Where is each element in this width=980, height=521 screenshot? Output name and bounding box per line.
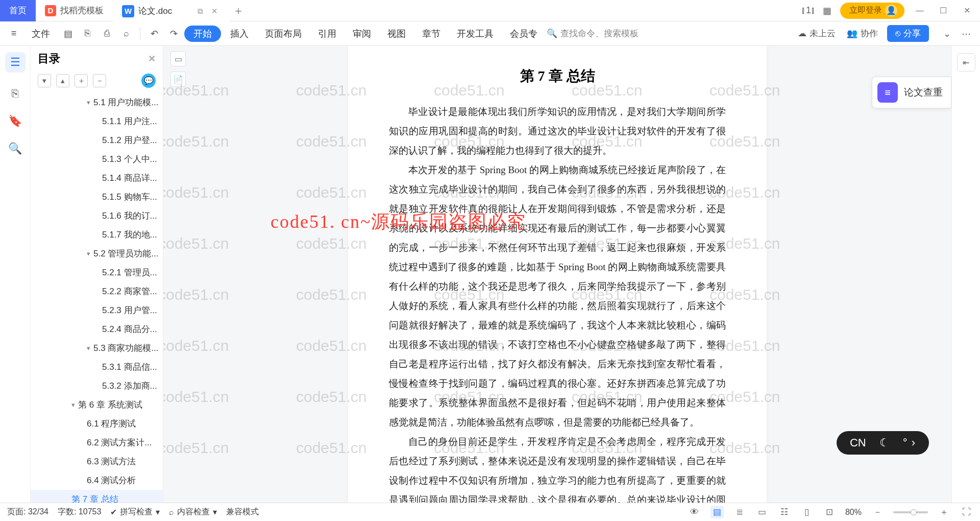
view-read-icon[interactable]: ▭ xyxy=(755,507,769,517)
view-page-icon[interactable]: ▤ xyxy=(710,506,724,518)
zoom-in-icon[interactable]: ＋ xyxy=(937,506,950,518)
collapse-all-icon[interactable]: ▾ xyxy=(38,74,51,87)
save-icon[interactable]: ▤ xyxy=(59,28,77,39)
menu-view[interactable]: 视图 xyxy=(380,25,413,43)
expand-all-icon[interactable]: ▴ xyxy=(56,74,69,87)
word-count[interactable]: 字数: 10753 xyxy=(58,507,101,517)
outline-item[interactable]: 5.2.1 管理员... xyxy=(31,263,163,282)
maximize-icon[interactable]: ☐ xyxy=(935,6,951,15)
view-web-icon[interactable]: ☷ xyxy=(778,507,791,517)
hamburger-icon[interactable]: ≡ xyxy=(5,28,22,39)
outline-item[interactable]: 5.2.4 商品分... xyxy=(31,320,163,339)
outline-item[interactable]: 6.3 测试方法 xyxy=(31,452,163,471)
add-heading-icon[interactable]: ＋ xyxy=(75,74,88,87)
bookmark-icon[interactable]: 🔖 xyxy=(8,114,22,128)
outline-item[interactable]: 5.1.4 商品详... xyxy=(31,169,163,187)
outline-item[interactable]: 5.1.5 购物车... xyxy=(31,187,163,206)
outline-item-label: 5.1.3 个人中... xyxy=(102,153,157,165)
collab-button[interactable]: 👥 协作 xyxy=(847,28,878,39)
clipboard-icon[interactable]: ⎘ xyxy=(12,87,18,100)
outline-item[interactable]: 6.4 测试分析 xyxy=(31,471,163,490)
reader-icon[interactable]: ⫿1⫿ xyxy=(801,5,814,16)
tab-home[interactable]: 首页 xyxy=(0,0,36,21)
outline-item[interactable]: 5.2.2 商家管... xyxy=(31,282,163,301)
outline-item[interactable]: 5.3.1 商品信... xyxy=(31,358,163,376)
outline-title: 目录 xyxy=(38,51,60,66)
close-tab-icon[interactable]: ✕ xyxy=(209,7,220,16)
cloud-icon: ☁ xyxy=(798,28,806,39)
tab-document[interactable]: W 论文.doc ⧉ ✕ xyxy=(113,0,229,21)
menu-refs[interactable]: 引用 xyxy=(311,25,344,43)
command-search[interactable]: 🔍 查找命令、搜索模板 xyxy=(547,28,639,39)
print-icon[interactable]: ⎙ xyxy=(98,28,115,39)
preview-icon[interactable]: ⌕ xyxy=(117,28,135,39)
ruler-icon[interactable]: ▯ xyxy=(800,507,814,517)
outline-item[interactable]: 5.1.7 我的地... xyxy=(31,225,163,244)
plagiarism-check-button[interactable]: ≡ 论文查重 xyxy=(872,77,951,108)
outline-item[interactable]: 第 7 章 总结 xyxy=(31,490,163,503)
zoom-level[interactable]: 80% xyxy=(845,508,862,517)
menu-file[interactable]: 文件 xyxy=(24,25,57,43)
login-button[interactable]: 立即登录 👤 xyxy=(840,3,904,19)
zoom-fit-icon[interactable]: ⊡ xyxy=(823,507,836,517)
apps-icon[interactable]: ▦ xyxy=(821,5,833,16)
chat-icon[interactable]: 💬 xyxy=(141,74,156,88)
tab-template[interactable]: D 找稻壳模板 xyxy=(36,0,113,21)
document-page: 第 7 章 总结 毕业设计是最能体现出我们所学知识的应用情况，是对我们大学期间所… xyxy=(348,46,767,503)
outline-item[interactable]: ▾第 6 章 系统测试 xyxy=(31,395,163,414)
fullscreen-icon[interactable]: ⛶ xyxy=(960,507,973,517)
outline-item[interactable]: 5.1.2 用户登... xyxy=(31,131,163,150)
share-icon: ⎋ xyxy=(895,29,900,39)
minimize-icon[interactable]: — xyxy=(912,6,928,15)
eye-icon[interactable]: 👁 xyxy=(688,507,701,517)
outline-item-label: 5.2.4 商品分... xyxy=(102,323,157,335)
cloud-status[interactable]: ☁ 未上云 xyxy=(798,28,836,39)
search-panel-icon[interactable]: 🔍 xyxy=(8,142,22,155)
chevron-down-icon: ▾ xyxy=(87,99,90,106)
collapse-ribbon-icon[interactable]: ⌄ xyxy=(938,28,955,39)
outline-icon[interactable]: ☰ xyxy=(5,52,26,73)
outline-item[interactable]: 5.3.2 添加商... xyxy=(31,376,163,395)
zoom-slider[interactable] xyxy=(893,511,928,513)
outline-item-label: 5.1.2 用户登... xyxy=(102,134,157,146)
compat-mode[interactable]: 兼容模式 xyxy=(226,507,259,517)
undo-icon[interactable]: ↶ xyxy=(145,28,163,39)
content-check[interactable]: ⌕ 内容检查 ▾ xyxy=(169,507,217,517)
more-icon[interactable]: ⋯ xyxy=(958,28,975,39)
outline-item[interactable]: ▾5.3 商家功能模... xyxy=(31,339,163,358)
menu-start[interactable]: 开始 xyxy=(184,26,221,42)
menu-chapter[interactable]: 章节 xyxy=(415,25,448,43)
spell-check[interactable]: ✔ 拼写检查 ▾ xyxy=(110,507,160,517)
menu-layout[interactable]: 页面布局 xyxy=(258,25,309,43)
outline-item[interactable]: 6.2 测试方案计... xyxy=(31,433,163,452)
share-button[interactable]: ⎋ 分享 xyxy=(887,25,929,42)
remove-heading-icon[interactable]: － xyxy=(93,74,106,87)
outline-item[interactable]: ▾5.1 用户功能模... xyxy=(31,93,163,112)
page-tool-1-icon[interactable]: ▭ xyxy=(170,51,186,66)
outline-item[interactable]: 5.1.1 用户注... xyxy=(31,112,163,131)
menu-member[interactable]: 会员专 xyxy=(503,25,545,43)
tab-template-label: 找稻壳模板 xyxy=(60,5,104,16)
close-outline-icon[interactable]: ✕ xyxy=(148,53,156,64)
expand-panel-icon[interactable]: ⇤ xyxy=(957,53,975,72)
close-window-icon[interactable]: ✕ xyxy=(959,6,975,15)
page-tool-2-icon[interactable]: 📄 xyxy=(170,72,186,87)
search-placeholder: 查找命令、搜索模板 xyxy=(560,28,639,39)
page-indicator[interactable]: 页面: 32/34 xyxy=(7,507,48,517)
menu-insert[interactable]: 插入 xyxy=(223,25,256,43)
document-canvas[interactable]: ▭ 📄 第 7 章 总结 毕业设计是最能体现出我们所学知识的应用情况，是对我们大… xyxy=(163,46,951,503)
new-tab-button[interactable]: ＋ xyxy=(229,3,248,18)
detach-tab-icon[interactable]: ⧉ xyxy=(195,7,205,16)
redo-icon[interactable]: ↷ xyxy=(165,28,182,39)
outline-item[interactable]: 5.1.3 个人中... xyxy=(31,150,163,169)
menu-devtools[interactable]: 开发工具 xyxy=(450,25,501,43)
outline-item[interactable]: 5.1.6 我的订... xyxy=(31,206,163,225)
outline-item[interactable]: 6.1 程序测试 xyxy=(31,414,163,433)
outline-item[interactable]: 5.2.3 用户管... xyxy=(31,301,163,320)
saveas-icon[interactable]: ⎘ xyxy=(79,28,96,39)
menu-review[interactable]: 审阅 xyxy=(346,25,378,43)
view-outline-icon[interactable]: ≣ xyxy=(733,507,746,517)
ime-bar[interactable]: CN ☾ ° › xyxy=(837,431,929,455)
outline-item[interactable]: ▾5.2 管理员功能... xyxy=(31,244,163,263)
zoom-out-icon[interactable]: － xyxy=(871,506,884,518)
